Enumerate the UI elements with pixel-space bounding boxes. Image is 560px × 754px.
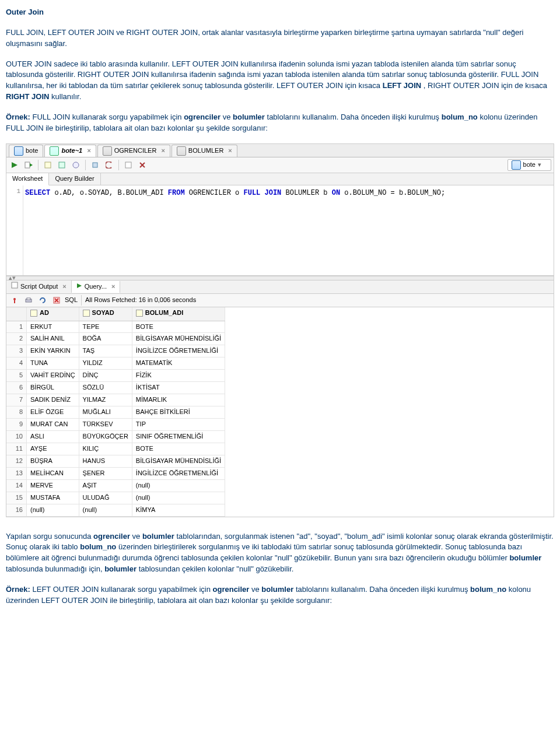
cell-ad: SADIK DENİZ xyxy=(27,394,79,406)
sql-text: o.BOLUM_NO = b.BOLUM_NO; xyxy=(340,189,445,197)
tab-worksheet-bote1[interactable]: bote~1 × xyxy=(44,145,96,157)
row-number-cell: 3 xyxy=(6,345,27,357)
close-icon[interactable]: × xyxy=(62,282,66,292)
tab-table-ogrenciler[interactable]: OGRENCILER × xyxy=(97,145,170,157)
cell-ad: MELİHCAN xyxy=(27,467,79,479)
cell-soyad: BOĞA xyxy=(79,333,132,345)
paragraph-explain: OUTER JOIN sadece iki tablo arasında kul… xyxy=(6,59,554,103)
cell-soyad: HANUS xyxy=(79,455,132,467)
column-label: SOYAD xyxy=(92,308,114,318)
cell-bolum-adi: (null) xyxy=(132,492,225,504)
table-icon xyxy=(103,146,112,156)
refresh-button[interactable] xyxy=(37,294,48,306)
table-name-bolumler: bolumler xyxy=(233,113,265,121)
tab-label: BOLUMLER xyxy=(188,146,224,156)
output-tab-script[interactable]: Script Output × xyxy=(6,280,72,293)
table-name-bolumler: bolumler xyxy=(261,585,293,594)
column-header-bolum-adi[interactable]: BOLUM_ADI xyxy=(132,307,225,321)
table-row[interactable]: 11AYŞEKILIÇBOTE xyxy=(6,443,225,455)
row-number-cell: 11 xyxy=(6,443,27,455)
table-row[interactable]: 7SADIK DENİZYILMAZMİMARLIK xyxy=(6,394,225,406)
sql-tuning-button[interactable] xyxy=(70,159,82,171)
commit-button[interactable] xyxy=(89,159,101,171)
sql-editor[interactable]: 1 SELECT o.AD, o.SOYAD, B.BOLUM_ADI FROM… xyxy=(6,185,554,276)
close-icon[interactable]: × xyxy=(161,146,164,156)
row-number-cell: 8 xyxy=(6,406,27,419)
cell-ad: MUSTAFA xyxy=(27,492,79,504)
cell-bolum-adi: BAHÇE BİTKİLERİ xyxy=(132,406,225,419)
cell-soyad: ŞENER xyxy=(79,467,132,479)
print-button[interactable] xyxy=(23,294,34,306)
cell-bolum-adi: BİLGİSAYAR MÜHENDİSLİĞİ xyxy=(132,455,225,467)
text: ve xyxy=(132,532,142,541)
svg-rect-6 xyxy=(93,163,97,167)
row-number-cell: 1 xyxy=(6,321,27,333)
table-row[interactable]: 3EKİN YARKINTAŞİNGİLİZCE ÖĞRETMENLİĞİ xyxy=(6,345,225,357)
clear-button[interactable] xyxy=(136,159,148,171)
close-icon[interactable]: × xyxy=(87,146,90,156)
table-name-bolumler: bolumler xyxy=(142,532,174,541)
connection-selector[interactable]: bote ▾ xyxy=(508,159,551,171)
pin-button[interactable] xyxy=(9,294,20,306)
splitter-handle[interactable]: ▴▾ xyxy=(6,276,554,280)
cell-ad: ERKUT xyxy=(27,321,79,333)
output-tab-query[interactable]: Query... × xyxy=(72,281,121,293)
table-row[interactable]: 12BÜŞRAHANUSBİLGİSAYAR MÜHENDİSLİĞİ xyxy=(6,455,225,467)
table-row[interactable]: 6BİRGÜLSÖZLÜİKTİSAT xyxy=(6,382,225,394)
cell-soyad: KILIÇ xyxy=(79,443,132,455)
table-row[interactable]: 1ERKUTTEPEBOTE xyxy=(6,321,225,333)
connection-name: bote xyxy=(523,160,536,170)
table-row[interactable]: 4TUNAYILDIZMATEMATİK xyxy=(6,357,225,370)
keyword-left-join: LEFT JOIN xyxy=(383,81,421,90)
tab-connection-bote[interactable]: bote xyxy=(9,145,43,157)
column-label: BOLUM_ADI xyxy=(145,308,183,318)
worksheet-subtabs: Worksheet Query Builder xyxy=(6,173,554,185)
table-name-bolumler: bolumler xyxy=(509,553,541,562)
rollback-button[interactable] xyxy=(103,159,115,171)
table-row[interactable]: 8ELİF ÖZGEMUĞLALIBAHÇE BİTKİLERİ xyxy=(6,406,225,419)
sql-text: o.AD, o.SOYAD, B.BOLUM_ADI xyxy=(50,189,168,197)
close-icon[interactable]: × xyxy=(111,282,115,292)
table-row[interactable]: 10ASLIBÜYÜKGÖÇERSINIF ÖĞRETMENLİĞİ xyxy=(6,430,225,443)
table-name-ogrenciler: ogrenciler xyxy=(93,532,130,541)
table-row[interactable]: 16(null)(null)KİMYA xyxy=(6,504,225,516)
run-statement-button[interactable] xyxy=(9,159,20,171)
text: tablosunda bulunmadığı için, xyxy=(6,564,104,573)
text: ve xyxy=(251,585,261,594)
column-icon xyxy=(30,310,37,317)
results-grid[interactable]: AD SOYAD BOLUM_ADI 1ERKUTTEPEBOTE2SALİH … xyxy=(6,307,554,517)
row-number-cell: 4 xyxy=(6,357,27,370)
tab-table-bolumler[interactable]: BOLUMLER × xyxy=(172,145,237,157)
table-row[interactable]: 2SALİH ANILBOĞABİLGİSAYAR MÜHENDİSLİĞİ xyxy=(6,333,225,345)
subtab-worksheet[interactable]: Worksheet xyxy=(6,173,49,185)
svg-point-12 xyxy=(13,298,16,300)
autotrace-button[interactable] xyxy=(56,159,68,171)
close-icon[interactable]: × xyxy=(228,146,232,156)
table-row[interactable]: 14MERVEAŞIT(null) xyxy=(6,479,225,492)
output-toolbar: SQL All Rows Fetched: 16 in 0,006 second… xyxy=(6,294,554,307)
keyword-full-join: FULL JOIN xyxy=(244,189,282,197)
column-name-bolum-no: bolum_no xyxy=(80,542,116,551)
table-row[interactable]: 5VAHİT ERDİNÇDİNÇFİZİK xyxy=(6,370,225,382)
column-header-ad[interactable]: AD xyxy=(27,307,79,321)
cell-soyad: (null) xyxy=(79,504,132,516)
cell-soyad: DİNÇ xyxy=(79,370,132,382)
cell-ad: BÜŞRA xyxy=(27,455,79,467)
table-row[interactable]: 9MURAT CANTÜRKSEVTIP xyxy=(6,419,225,431)
subtab-query-builder[interactable]: Query Builder xyxy=(49,173,100,185)
tab-label: bote xyxy=(26,146,38,156)
table-name-ogrenciler: ogrenciler xyxy=(213,585,250,594)
cancel-button[interactable] xyxy=(51,294,62,306)
unshared-worksheet-button[interactable] xyxy=(123,159,134,171)
sql-text: BOLUMLER b xyxy=(281,189,331,197)
sql-label[interactable]: SQL xyxy=(65,296,78,305)
svg-rect-7 xyxy=(125,162,131,168)
column-header-soyad[interactable]: SOYAD xyxy=(79,307,132,321)
table-row[interactable]: 13MELİHCANŞENERİNGİLİZCE ÖĞRETMENLİĞİ xyxy=(6,467,225,479)
database-icon xyxy=(512,160,521,170)
sql-line: SELECT o.AD, o.SOYAD, B.BOLUM_ADI FROM O… xyxy=(6,187,554,198)
paragraph-after-result: Yapılan sorgu sonucunda ogrenciler ve bo… xyxy=(6,531,554,575)
explain-plan-button[interactable] xyxy=(42,159,54,171)
run-script-button[interactable] xyxy=(23,159,34,171)
table-row[interactable]: 15MUSTAFAULUDAĞ(null) xyxy=(6,492,225,504)
